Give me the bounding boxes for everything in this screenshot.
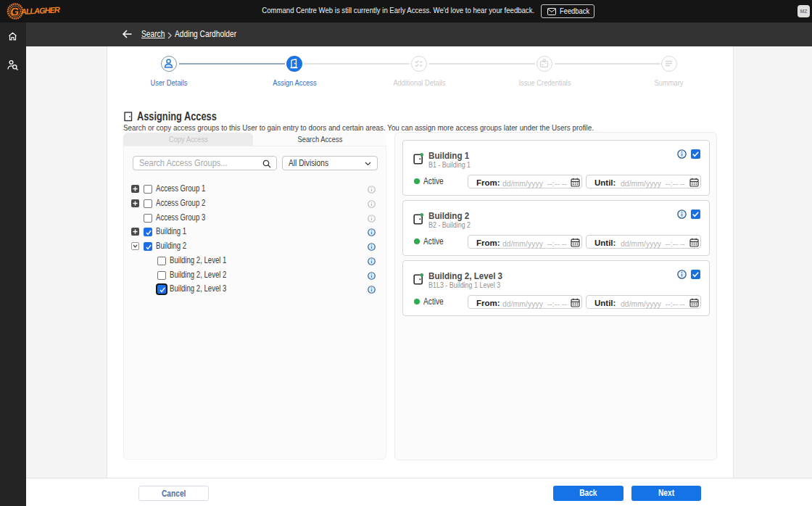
svg-text:G: G <box>10 5 20 18</box>
svg-text:ALLAGHER: ALLAGHER <box>20 5 60 16</box>
